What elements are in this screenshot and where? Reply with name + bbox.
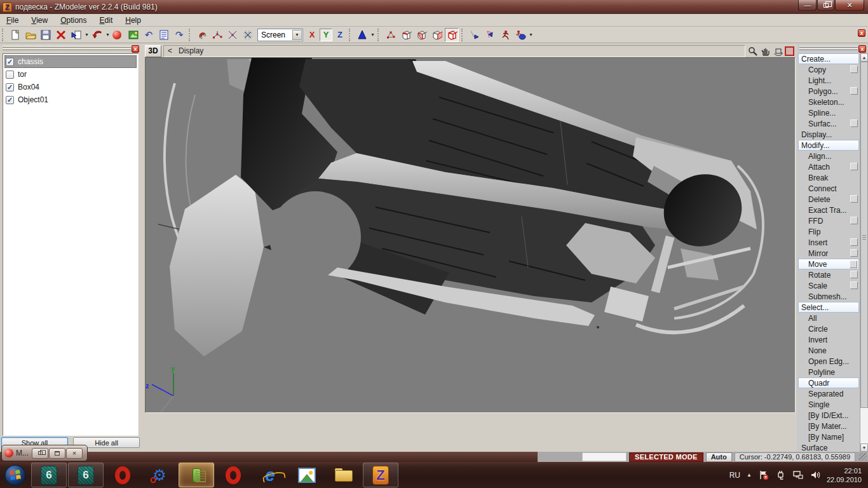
command-select-quadr[interactable]: Quadr — [798, 377, 859, 388]
command-delete[interactable]: Delete — [798, 194, 859, 205]
open-file-icon[interactable] — [24, 28, 37, 42]
gizmo-axes-icon[interactable] — [355, 28, 369, 42]
command-light[interactable]: Light... — [798, 75, 859, 86]
texture-browser-icon[interactable] — [126, 28, 140, 42]
checkbox-checked-icon[interactable]: ✓ — [6, 96, 14, 104]
mini-restore-button[interactable] — [32, 448, 48, 459]
command-spline[interactable]: Spline... — [798, 107, 859, 118]
command-align[interactable]: Align... — [798, 151, 859, 161]
command-modify[interactable]: Modify... — [798, 140, 859, 151]
grid-snap-icon[interactable] — [241, 28, 255, 42]
title-bar[interactable]: Z подвеска - ZModeler ver 2.2.4 (Build 9… — [0, 0, 868, 14]
bones-animation-icon[interactable] — [498, 28, 512, 42]
tray-expand-icon[interactable]: ▲ — [747, 472, 752, 478]
export-icon[interactable] — [69, 28, 83, 42]
toolbar-gripper[interactable] — [189, 29, 192, 41]
checkbox-unchecked-icon[interactable] — [6, 71, 14, 79]
axis-z-button[interactable]: Z — [334, 29, 346, 41]
vertices-mode-icon[interactable] — [384, 28, 398, 42]
mini-close-button[interactable]: × — [66, 448, 83, 459]
axis-x-button[interactable]: X — [306, 29, 318, 41]
command-submesh[interactable]: Submesh... — [798, 291, 859, 302]
command-rotate[interactable]: Rotate — [798, 269, 859, 280]
taskbar-app-ie[interactable]: e — [252, 463, 288, 487]
breadcrumb-back-icon[interactable]: < — [168, 46, 172, 55]
command-select-open-edges[interactable]: Open Edg... — [798, 356, 859, 367]
command-select-single[interactable]: Single — [798, 399, 859, 410]
taskbar-app-opera[interactable] — [215, 463, 251, 487]
command-select-circle[interactable]: Circle — [798, 323, 859, 334]
command-create[interactable]: Create... — [798, 53, 859, 64]
command-insert[interactable]: Insert — [798, 237, 859, 248]
command-skeleton[interactable]: Skeleton... — [798, 97, 859, 107]
list-item-box04[interactable]: ✓ Box04 — [4, 81, 137, 93]
scroll-down-icon[interactable]: ▼ — [860, 444, 868, 452]
import-dropdown-icon[interactable]: ▾ — [105, 32, 111, 37]
action-center-flag-icon[interactable] — [758, 470, 769, 480]
command-attach[interactable]: Attach — [798, 161, 859, 172]
skin-dropdown-icon[interactable]: ▾ — [528, 32, 534, 37]
command-copy[interactable]: Copy — [798, 64, 859, 75]
combo-dropdown-icon[interactable]: ▼ — [292, 30, 302, 40]
orbit-tool-icon[interactable] — [772, 45, 783, 57]
material-editor-icon[interactable] — [111, 28, 125, 42]
zoom-tool-icon[interactable] — [747, 45, 758, 57]
vertex-snap-icon[interactable] — [210, 28, 224, 42]
menu-view[interactable]: View — [25, 15, 54, 26]
command-connect[interactable]: Connect — [798, 183, 859, 194]
volume-icon[interactable] — [810, 470, 820, 480]
import-icon[interactable] — [90, 28, 104, 42]
command-mirror[interactable]: Mirror — [798, 248, 859, 259]
list-item-object01[interactable]: ✓ Object01 — [4, 93, 137, 106]
command-select-none[interactable]: None — [798, 345, 859, 356]
pan-tool-icon[interactable] — [759, 45, 771, 57]
network-icon[interactable] — [792, 470, 803, 480]
move-pivot-icon[interactable] — [483, 28, 497, 42]
redo-icon[interactable]: ↷ — [172, 28, 186, 42]
command-exact-transform[interactable]: Exact Tra... — [798, 205, 859, 215]
scroll-up-icon[interactable]: ▲ — [860, 53, 868, 62]
edge-snap-icon[interactable] — [226, 28, 240, 42]
command-select-polyline[interactable]: Polyline — [798, 367, 859, 377]
command-select-invert[interactable]: Invert — [798, 334, 859, 345]
save-icon[interactable] — [39, 28, 53, 42]
undo-icon[interactable]: ↶ — [142, 28, 156, 42]
command-polygon[interactable]: Polygo... — [798, 86, 859, 97]
command-surface[interactable]: Surface — [798, 442, 859, 452]
objects-list[interactable]: ✓ chassis tor ✓ Box04 ✓ Object01 — [3, 53, 139, 436]
checkbox-checked-icon[interactable]: ✓ — [6, 58, 14, 66]
command-move[interactable]: Move — [798, 259, 859, 269]
toolbar-gripper[interactable] — [461, 29, 465, 41]
list-item-tor[interactable]: tor — [4, 68, 137, 81]
toolbar-gripper[interactable] — [2, 29, 5, 41]
taskbar-app-explorer[interactable] — [326, 463, 362, 487]
faces-mode-icon[interactable] — [414, 28, 428, 42]
commands-panel-close-button[interactable]: x — [858, 45, 866, 53]
new-file-icon[interactable] — [8, 28, 22, 42]
resize-grip[interactable] — [859, 453, 867, 461]
command-select-by-material[interactable]: [By Mater... — [798, 421, 859, 431]
command-ffd[interactable]: FFD — [798, 215, 859, 226]
delete-icon[interactable] — [54, 28, 68, 42]
taskbar-app-2[interactable]: 6 — [68, 463, 104, 487]
command-break[interactable]: Break — [798, 172, 859, 183]
taskbar-app-zmodeler[interactable]: Z — [363, 463, 398, 487]
taskbar-app-4[interactable]: ⚙O — [142, 463, 177, 487]
list-item-chassis[interactable]: ✓ chassis — [4, 55, 137, 68]
mini-maximize-button[interactable] — [49, 448, 65, 459]
polygons-mode-icon[interactable] — [430, 28, 444, 42]
export-dropdown-icon[interactable]: ▾ — [84, 32, 90, 37]
notes-log-icon[interactable] — [157, 28, 171, 42]
command-display[interactable]: Display... — [798, 129, 859, 140]
checkbox-checked-icon[interactable]: ✓ — [6, 83, 14, 92]
restore-button[interactable] — [817, 0, 834, 11]
menu-options[interactable]: Options — [54, 15, 93, 26]
objects-mode-icon[interactable] — [445, 28, 459, 42]
auto-button[interactable]: Auto — [706, 452, 732, 462]
command-scale[interactable]: Scale — [798, 280, 859, 291]
axis-y-button[interactable]: Y — [320, 29, 332, 41]
taskbar-app-1[interactable]: 6 — [31, 463, 67, 487]
select-pivot-icon[interactable] — [468, 28, 482, 42]
viewport-canvas[interactable]: y z x — [145, 57, 796, 413]
magnet-snap-icon[interactable] — [195, 28, 209, 42]
